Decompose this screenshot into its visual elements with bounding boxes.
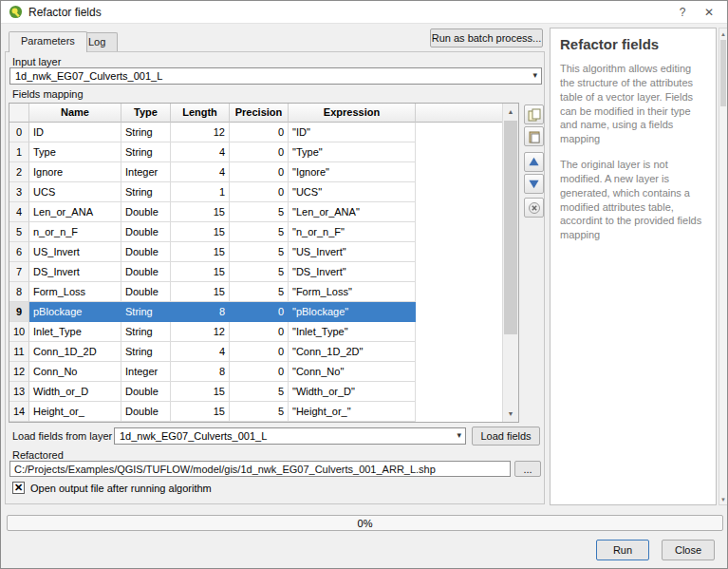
table-row[interactable]: 6 US_Invert Double 15 5 "US_Invert" [9,242,502,262]
cell-name[interactable]: Width_or_D [29,382,121,402]
scroll-up-icon[interactable]: ▲ [719,28,727,39]
cell-precision[interactable]: 0 [230,322,289,342]
cell-name[interactable]: n_or_n_F [29,222,121,242]
cell-expression[interactable]: "Height_or_" [289,402,416,422]
cell-name[interactable]: UCS [29,182,121,202]
cell-length[interactable]: 12 [171,322,230,342]
row-number[interactable]: 4 [9,202,29,222]
table-row[interactable]: 8 Form_Loss Double 15 5 "Form_Loss" [9,282,502,302]
cell-expression[interactable]: "Inlet_Type" [289,322,416,342]
table-row[interactable]: 7 DS_Invert Double 15 5 "DS_Invert" [9,262,502,282]
move-field-down-button[interactable] [524,174,544,194]
row-number[interactable]: 9 [9,302,29,322]
header-name[interactable]: Name [29,104,121,123]
scrollbar-thumb[interactable] [504,121,517,334]
cell-type[interactable]: Double [121,282,171,302]
cell-precision[interactable]: 0 [230,162,289,182]
cell-type[interactable]: Integer [121,162,171,182]
cell-length[interactable]: 4 [171,162,230,182]
row-number[interactable]: 0 [9,123,29,142]
scroll-up-icon[interactable]: ▲ [503,104,518,120]
titlebar-close-button[interactable]: ✕ [699,6,719,19]
row-number[interactable]: 10 [9,322,29,342]
cell-type[interactable]: String [121,322,171,342]
scroll-down-icon[interactable]: ▼ [503,406,518,422]
header-length[interactable]: Length [171,104,230,123]
cell-name[interactable]: US_Invert [29,242,121,262]
cell-expression[interactable]: "Len_or_ANA" [289,202,416,222]
cell-length[interactable]: 12 [171,123,230,142]
cell-name[interactable]: Height_or_ [29,402,121,422]
table-row[interactable]: 11 Conn_1D_2D String 4 0 "Conn_1D_2D" [9,342,502,362]
cell-type[interactable]: String [121,342,171,362]
cell-precision[interactable]: 0 [230,182,289,202]
load-fields-combo[interactable]: 1d_nwk_EG07_Culverts_001_L ▾ [114,427,466,445]
cell-precision[interactable]: 0 [230,342,289,362]
table-row[interactable]: 1 Type String 4 0 "Type" [9,142,502,162]
cell-length[interactable]: 8 [171,362,230,382]
cell-type[interactable]: String [121,123,171,142]
help-panel-scrollbar[interactable]: ▲ ▼ [719,28,728,505]
cell-precision[interactable]: 0 [230,123,289,142]
checkbox-box[interactable]: ✕ [12,482,25,494]
cell-type[interactable]: Double [121,382,171,402]
copy-fields-button[interactable] [524,104,544,124]
cell-name[interactable]: Conn_No [29,362,121,382]
cell-type[interactable]: Double [121,242,171,262]
row-number[interactable]: 11 [9,342,29,362]
cell-name[interactable]: Type [29,142,121,162]
row-number[interactable]: 1 [9,142,29,162]
refactored-path-input[interactable] [9,461,511,477]
cell-name[interactable]: Len_or_ANA [29,202,121,222]
table-row[interactable]: 13 Width_or_D Double 15 5 "Width_or_D" [9,382,502,402]
cell-precision[interactable]: 0 [230,362,289,382]
row-number[interactable]: 5 [9,222,29,242]
cell-type[interactable]: Double [121,262,171,282]
table-row[interactable]: 12 Conn_No Integer 8 0 "Conn_No" [9,362,502,382]
cell-type[interactable]: Double [121,222,171,242]
titlebar-help-button[interactable]: ? [672,6,693,19]
scroll-down-icon[interactable]: ▼ [719,494,727,504]
tab-parameters[interactable]: Parameters [9,31,87,52]
cell-expression[interactable]: "Ignore" [289,162,416,182]
cell-name[interactable]: Ignore [29,162,121,182]
cell-precision[interactable]: 0 [230,142,289,162]
table-row[interactable]: 3 UCS String 1 0 "UCS" [9,182,502,202]
cell-type[interactable]: Integer [121,362,171,382]
input-layer-combo[interactable]: 1d_nwk_EG07_Culverts_001_L ▾ [9,67,542,85]
table-row[interactable]: 0 ID String 12 0 "ID" [9,123,502,142]
cell-expression[interactable]: "n_or_n_F" [289,222,416,242]
cell-precision[interactable]: 5 [230,202,289,222]
row-number[interactable]: 8 [9,282,29,302]
cell-precision[interactable]: 5 [230,402,289,422]
cell-expression[interactable]: "Width_or_D" [289,382,416,402]
header-type[interactable]: Type [121,104,171,123]
cell-type[interactable]: String [121,302,171,322]
cell-type[interactable]: String [121,182,171,202]
row-number[interactable]: 3 [9,182,29,202]
move-field-up-button[interactable] [524,152,544,172]
cell-length[interactable]: 8 [171,302,230,322]
close-button[interactable]: Close [662,540,715,560]
cell-length[interactable]: 15 [171,222,230,242]
open-output-checkbox[interactable]: ✕ Open output file after running algorit… [12,482,212,494]
cell-length[interactable]: 1 [171,182,230,202]
row-number[interactable]: 2 [9,162,29,182]
cell-length[interactable]: 15 [171,402,230,422]
cell-type[interactable]: String [121,142,171,162]
cell-length[interactable]: 15 [171,382,230,402]
cell-name[interactable]: Inlet_Type [29,322,121,342]
cell-expression[interactable]: "US_Invert" [289,242,416,262]
load-fields-button[interactable]: Load fields [472,427,540,446]
cell-precision[interactable]: 5 [230,282,289,302]
table-row[interactable]: 2 Ignore Integer 4 0 "Ignore" [9,162,502,182]
table-row[interactable]: 5 n_or_n_F Double 15 5 "n_or_n_F" [9,222,502,242]
table-scrollbar[interactable]: ▲ ▼ [502,104,518,422]
row-number[interactable]: 6 [9,242,29,262]
cell-length[interactable]: 4 [171,342,230,362]
cell-precision[interactable]: 5 [230,262,289,282]
cell-length[interactable]: 15 [171,202,230,222]
cell-type[interactable]: Double [121,402,171,422]
header-expression[interactable]: Expression [289,104,416,123]
cell-name[interactable]: ID [29,123,121,142]
